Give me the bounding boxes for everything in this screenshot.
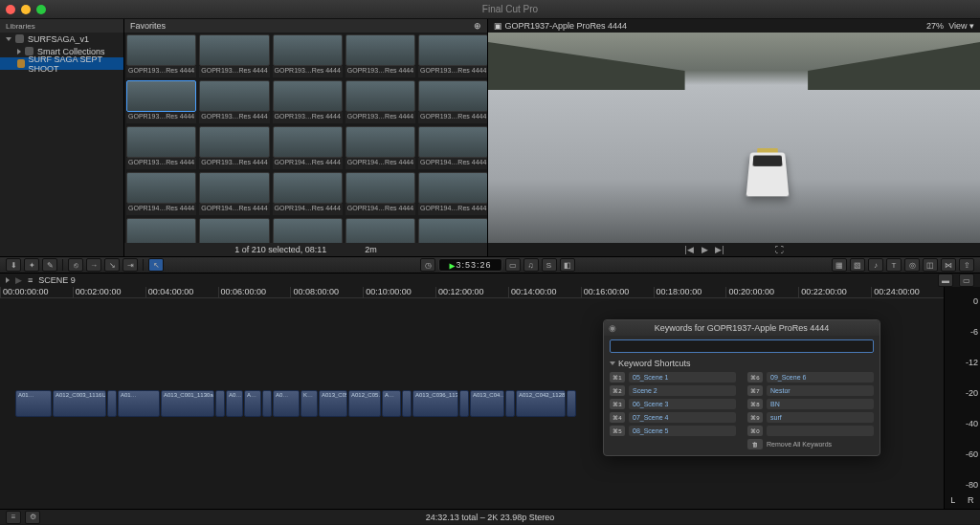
browser-clip[interactable]: GOPR193…Res 4444 — [199, 34, 269, 77]
clip-thumbnail[interactable] — [273, 172, 343, 204]
sidebar-item-event[interactable]: SURF SAGA SEPT SHOOT — [0, 57, 123, 70]
ruler-tick[interactable]: 00:24:00:00 — [871, 287, 944, 297]
timeline-clip[interactable] — [459, 390, 469, 417]
clip-thumbnail[interactable] — [345, 34, 415, 66]
clip-thumbnail[interactable] — [199, 80, 269, 112]
timeline-clip[interactable] — [402, 390, 412, 417]
browser-clip[interactable]: GOPR193…Res 4444 — [126, 126, 196, 169]
viewer-canvas[interactable] — [488, 33, 980, 243]
keyword-field[interactable]: 08_Scene 5 — [629, 426, 736, 436]
disclosure-triangle-icon[interactable] — [6, 37, 11, 41]
clip-thumbnail[interactable] — [273, 218, 343, 243]
close-window-icon[interactable] — [6, 5, 15, 14]
timeline-zoom-icon[interactable]: ▭ — [959, 273, 974, 287]
share-icon[interactable]: ⇪ — [959, 258, 974, 272]
browser-clip[interactable]: GOPR194…Res 4444 — [418, 172, 487, 215]
timecode-display[interactable]: ▶ 3:53:26 — [438, 258, 501, 272]
keyword-field[interactable]: 06_Scene 3 — [629, 399, 736, 409]
clip-thumbnail[interactable] — [418, 34, 487, 66]
clip-thumbnail[interactable] — [418, 218, 487, 243]
keyword-field[interactable]: 09_Scene 6 — [767, 372, 874, 383]
disclosure-triangle-icon[interactable] — [610, 361, 615, 365]
browser-clip[interactable]: GOPR193…Res 4444 — [273, 34, 343, 77]
timeline-clip[interactable]: A… — [382, 390, 401, 417]
play-icon[interactable]: ▶ — [700, 245, 709, 254]
browser-clip[interactable] — [345, 218, 415, 243]
ruler-tick[interactable]: 00:18:00:00 — [654, 287, 726, 297]
ruler-tick[interactable]: 00:12:00:00 — [435, 287, 508, 297]
browser-clip[interactable]: GOPR194…Res 4444 — [418, 126, 487, 169]
timeline-clip[interactable]: A012_C042_112872 — [516, 390, 566, 417]
keyword-field[interactable]: BN — [767, 399, 874, 409]
themes-icon[interactable]: ◫ — [923, 258, 938, 272]
timeline-clip[interactable]: A013_C04… — [470, 390, 504, 417]
timeline-clip[interactable]: A013_C05… — [319, 390, 347, 417]
timeline-clip[interactable]: K… — [301, 390, 318, 417]
ruler-tick[interactable]: 00:10:00:00 — [363, 287, 435, 297]
timeline-clip[interactable]: A012_C05… — [348, 390, 381, 417]
ruler-tick[interactable]: 00:16:00:00 — [581, 287, 654, 297]
browser-clip[interactable]: GOPR193…Res 4444 — [345, 34, 415, 77]
remove-all-keywords[interactable]: 🗑Remove All Keywords — [747, 439, 874, 449]
browser-filter-label[interactable]: Favorites — [130, 21, 166, 31]
clip-thumbnail[interactable] — [418, 172, 487, 204]
ruler-tick[interactable]: 00:04:00:00 — [145, 287, 218, 297]
fullscreen-icon[interactable]: ⛶ — [774, 245, 784, 254]
clip-appearance-icon[interactable]: ▬ — [938, 273, 953, 287]
sidebar-item-library[interactable]: SURFSAGA_v1 — [0, 33, 123, 45]
next-edit-icon[interactable]: ▶| — [715, 245, 724, 254]
audio-meters[interactable]: 0-6-12-20-40-60-80 L R — [944, 287, 980, 509]
overwrite-icon[interactable]: ⇥ — [122, 258, 138, 272]
browser-clip[interactable] — [273, 218, 343, 243]
append-icon[interactable]: ↘ — [104, 258, 120, 272]
project-name[interactable]: SCENE 9 — [38, 275, 76, 285]
clip-thumbnail[interactable] — [345, 126, 415, 158]
timeline-clip[interactable]: A012_C003_1116U2 — [53, 390, 106, 417]
audio-skim-icon[interactable]: ♫ — [523, 258, 539, 272]
ruler-tick[interactable]: 00:06:00:00 — [218, 287, 291, 297]
ruler-tick[interactable]: 00:08:00:00 — [290, 287, 363, 297]
insert-icon[interactable]: → — [86, 258, 101, 272]
timeline-tracks[interactable]: 00:00:00:0000:02:00:0000:04:00:0000:06:0… — [0, 287, 944, 509]
import-icon[interactable]: ⬇ — [6, 258, 21, 272]
clip-thumbnail[interactable] — [273, 80, 343, 112]
titles-icon[interactable]: T — [886, 258, 902, 272]
browser-clip[interactable] — [418, 218, 487, 243]
ruler-tick[interactable]: 00:14:00:00 — [508, 287, 581, 297]
snap-icon[interactable]: ◧ — [560, 258, 575, 272]
solo-icon[interactable]: S — [542, 258, 557, 272]
clip-thumbnail[interactable] — [126, 80, 196, 112]
arrow-tool-icon[interactable]: ↖ — [148, 258, 164, 272]
photos-icon[interactable]: ▧ — [850, 258, 865, 272]
clip-thumbnail[interactable] — [126, 172, 196, 204]
timeline-clip[interactable] — [107, 390, 117, 417]
timeline-options-icon[interactable]: ⚙ — [25, 511, 40, 524]
timeline-clip[interactable]: A01… — [15, 390, 52, 417]
ruler-tick[interactable]: 00:02:00:00 — [73, 287, 145, 297]
effects-icon[interactable]: ▦ — [832, 258, 847, 272]
clip-thumbnail[interactable] — [199, 172, 269, 204]
timeline-clip[interactable] — [505, 390, 515, 417]
keyword-panel-title[interactable]: ◉ Keywords for GOPR1937-Apple ProRes 444… — [604, 320, 880, 336]
keyword-field[interactable]: Scene 2 — [629, 385, 736, 396]
timeline-clip[interactable]: A01… — [118, 390, 160, 417]
zoom-level[interactable]: 27% — [926, 21, 944, 31]
keyword-icon[interactable]: ✦ — [24, 258, 39, 272]
timeline-clip[interactable]: A0… — [273, 390, 300, 417]
browser-clip[interactable]: GOPR194…Res 4444 — [273, 172, 343, 215]
browser-clip[interactable] — [199, 218, 269, 243]
index-icon[interactable]: ≡ — [28, 275, 33, 285]
timeline-clip[interactable] — [567, 390, 576, 417]
history-back-icon[interactable] — [6, 277, 10, 283]
zoom-window-icon[interactable] — [36, 5, 46, 14]
clip-thumbnail[interactable] — [418, 126, 487, 158]
clip-thumbnail[interactable] — [199, 218, 269, 243]
retime-icon[interactable]: ◷ — [420, 258, 435, 272]
clip-thumbnail[interactable] — [273, 126, 343, 158]
clip-thumbnail[interactable] — [273, 34, 343, 66]
thumb-duration[interactable]: 2m — [365, 245, 377, 254]
keyword-field[interactable]: 07_Scene 4 — [629, 412, 736, 423]
browser-clip[interactable]: GOPR193…Res 4444 — [418, 34, 487, 77]
keyword-field[interactable]: 05_Scene 1 — [629, 372, 736, 383]
skimming-icon[interactable]: ▭ — [505, 258, 521, 272]
